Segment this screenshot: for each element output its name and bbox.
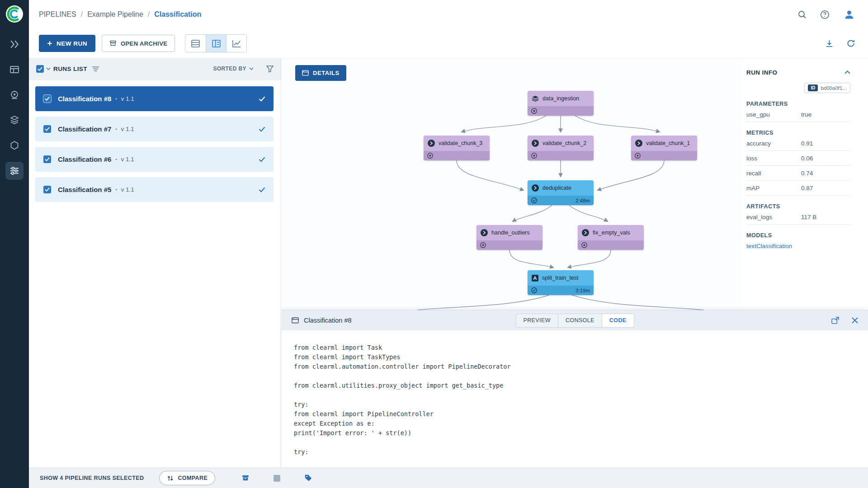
- metric-row[interactable]: mAP 0.87: [746, 181, 850, 196]
- node-label: validate_chunk_2: [542, 140, 586, 146]
- status-icon: [531, 153, 537, 159]
- list-settings-icon[interactable]: [92, 66, 99, 72]
- circle-arrow-icon: [532, 140, 539, 147]
- check-circle-icon: [531, 287, 537, 293]
- sidebar-item-workers[interactable]: [5, 86, 24, 104]
- breadcrumb-current: Classification: [154, 10, 201, 19]
- filter-icon[interactable]: [266, 66, 274, 72]
- sorted-by-label[interactable]: SORTED BY: [213, 66, 246, 72]
- dag-node-validate-chunk-3[interactable]: validate_chunk_3: [424, 136, 490, 160]
- model-row[interactable]: textClassification: [746, 239, 850, 253]
- download-icon[interactable]: [825, 39, 834, 48]
- split-view-button[interactable]: [206, 35, 226, 52]
- sidebar-item-reports[interactable]: [5, 136, 24, 155]
- run-item-classification-7[interactable]: Classification #7 • v 1.1: [35, 117, 274, 141]
- left-nav-rail: [0, 0, 29, 488]
- run-item-classification-8[interactable]: Classification #8 • v 1.1: [35, 86, 274, 111]
- new-run-button[interactable]: NEW RUN: [39, 35, 95, 52]
- script-icon: [532, 275, 538, 282]
- search-icon[interactable]: [797, 10, 807, 19]
- breadcrumb-project[interactable]: Example Pipeline: [87, 10, 143, 19]
- compare-icon: [167, 475, 174, 481]
- compare-label: COMPARE: [178, 475, 208, 481]
- node-label: validate_chunk_1: [646, 140, 690, 146]
- sidebar-item-datasets[interactable]: [5, 61, 24, 79]
- layers-icon: [532, 95, 539, 102]
- run-item-classification-5[interactable]: Classification #5 • v 1.1: [35, 177, 274, 202]
- details-panel-title: Classification #8: [304, 317, 352, 324]
- stop-icon: [274, 475, 280, 482]
- pipeline-dag-canvas[interactable]: DETAILS data_ingestion validate_chunk_3: [282, 58, 742, 310]
- dag-node-fix-empty-vals[interactable]: fix_empty_vals: [578, 225, 644, 250]
- metric-value: 0.87: [801, 185, 850, 192]
- tab-preview[interactable]: PREVIEW: [515, 314, 558, 328]
- run-checkbox[interactable]: [43, 155, 51, 163]
- run-dot: •: [115, 157, 117, 162]
- details-tabs: PREVIEW CONSOLE CODE: [515, 314, 634, 328]
- dag-node-deduplicate[interactable]: deduplicate 2:48m: [528, 180, 594, 205]
- details-label: DETAILS: [313, 70, 340, 76]
- node-label: deduplicate: [542, 185, 571, 191]
- status-icon: [427, 153, 433, 159]
- run-info-panel: RUN INFO ID bd00a0f1... PARAMETERS use_g…: [742, 58, 868, 310]
- run-dot: •: [115, 188, 117, 192]
- sidebar-item-layers[interactable]: [5, 111, 24, 129]
- node-label: handle_outliers: [491, 230, 530, 236]
- parameter-row[interactable]: use_gpu true: [746, 107, 850, 122]
- dag-node-split-train-test[interactable]: split_train_test 3:19m: [528, 270, 594, 295]
- code-line: [294, 438, 859, 447]
- dag-node-data-ingestion[interactable]: data_ingestion: [528, 91, 594, 116]
- dag-node-validate-chunk-2[interactable]: validate_chunk_2: [528, 136, 594, 160]
- run-info-title: RUN INFO: [746, 69, 777, 76]
- dag-node-validate-chunk-1[interactable]: validate_chunk_1: [631, 136, 697, 160]
- metric-row[interactable]: loss 0.06: [746, 151, 850, 166]
- completed-check-icon: [259, 127, 265, 132]
- run-checkbox[interactable]: [43, 125, 51, 133]
- artifact-row[interactable]: eval_logs 117 B: [746, 210, 850, 225]
- dag-node-handle-outliers[interactable]: handle_outliers: [476, 225, 542, 250]
- run-version: v 1.1: [121, 95, 134, 102]
- tab-console[interactable]: CONSOLE: [558, 314, 602, 328]
- details-panel-icon: [302, 70, 309, 76]
- user-avatar-icon[interactable]: [843, 9, 855, 21]
- details-button[interactable]: DETAILS: [295, 65, 346, 81]
- code-line: from clearml import Task: [294, 343, 859, 352]
- run-name: Classification #6: [58, 155, 111, 163]
- clearml-logo[interactable]: [5, 5, 24, 25]
- metric-value: 0.91: [801, 140, 850, 147]
- chart-view-button[interactable]: [226, 35, 246, 52]
- run-item-classification-6[interactable]: Classification #6 • v 1.1: [35, 147, 274, 172]
- select-all-checkbox[interactable]: [36, 65, 44, 73]
- sidebar-item-projects[interactable]: [5, 35, 24, 53]
- code-viewer[interactable]: from clearml import Task from clearml im…: [282, 330, 868, 457]
- breadcrumb-pipelines[interactable]: PIPELINES: [39, 10, 76, 19]
- selection-footer: SHOW 4 PIPELINE RUNS SELECTED COMPARE: [29, 468, 868, 488]
- sorted-by-chevron-icon[interactable]: [249, 67, 254, 70]
- close-icon[interactable]: [852, 317, 858, 324]
- metric-name: accuracy: [746, 140, 801, 147]
- sidebar-item-pipelines[interactable]: [5, 162, 24, 180]
- circle-arrow-icon: [481, 229, 488, 236]
- run-checkbox[interactable]: [43, 95, 51, 103]
- circle-arrow-icon: [532, 184, 539, 192]
- metric-row[interactable]: recall 0.74: [746, 166, 850, 181]
- open-archive-button[interactable]: OPEN ARCHIVE: [102, 35, 175, 52]
- table-view-button[interactable]: [185, 35, 206, 52]
- tab-code[interactable]: CODE: [602, 314, 634, 328]
- refresh-icon[interactable]: [846, 39, 855, 48]
- open-window-icon[interactable]: [831, 317, 839, 324]
- model-name-link[interactable]: textClassification: [746, 243, 801, 249]
- tag-icon[interactable]: [304, 474, 312, 482]
- collapse-chevron-up-icon[interactable]: [844, 70, 850, 74]
- top-bar: PIPELINES / Example Pipeline / Classific…: [29, 0, 868, 29]
- metric-row[interactable]: accuracy 0.91: [746, 136, 850, 151]
- run-id-chip[interactable]: ID bd00a0f1...: [804, 83, 850, 93]
- run-version: v 1.1: [121, 186, 134, 193]
- circle-arrow-icon: [635, 140, 642, 147]
- run-checkbox[interactable]: [43, 186, 51, 193]
- status-icon: [480, 242, 486, 248]
- select-all-dropdown-icon[interactable]: [46, 67, 51, 70]
- compare-button[interactable]: COMPARE: [159, 471, 215, 485]
- archive-icon[interactable]: [241, 474, 250, 482]
- help-icon[interactable]: [820, 10, 830, 19]
